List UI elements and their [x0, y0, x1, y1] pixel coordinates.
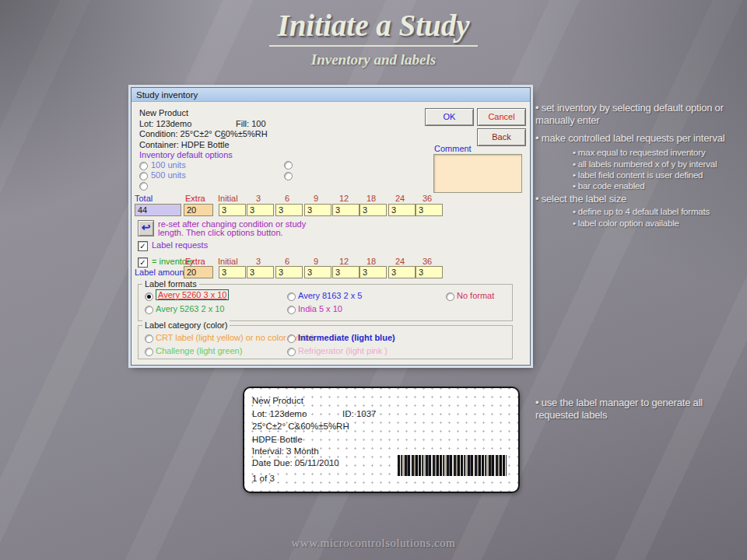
radio-category-crt[interactable]	[145, 334, 153, 343]
label-interval-field[interactable]: 3	[416, 266, 443, 278]
ok-button[interactable]: OK	[425, 108, 474, 126]
radio-custom-units[interactable]	[139, 182, 148, 191]
radio-500-units[interactable]	[139, 172, 148, 180]
format-avery5260-label[interactable]: Avery 5260 3 x 10	[156, 289, 229, 300]
radio-100-units[interactable]	[139, 162, 148, 170]
label-extra-field[interactable]: 20	[184, 266, 213, 278]
interval-field[interactable]: 3	[388, 204, 416, 216]
initial-field[interactable]: 3	[219, 204, 246, 216]
preview-product: New Product	[252, 396, 303, 405]
format-avery8163-label[interactable]: Avery 8163 2 x 5	[298, 291, 362, 300]
label-col-header-36: 36	[415, 257, 440, 266]
label-requests-label[interactable]: Label requests	[152, 240, 208, 250]
condition-suffix: 0%±5%RH	[226, 129, 268, 138]
radio-unlabeled-2[interactable]	[284, 172, 293, 180]
col-header-total: Total	[135, 194, 153, 203]
label-interval-field[interactable]: 3	[247, 266, 274, 278]
preview-id: ID: 1037	[342, 409, 376, 418]
page-subtitle: Inventory and labels	[187, 51, 560, 68]
label-interval-field[interactable]: 3	[332, 266, 359, 278]
lot-label: Lot: 123demo	[139, 119, 191, 128]
label-requests-checkbox[interactable]: ✓	[138, 241, 148, 251]
reset-arrow-icon: ↩	[142, 221, 151, 233]
equals-inventory-checkbox[interactable]: ✓	[138, 257, 148, 268]
col-header-3: 3	[246, 194, 271, 203]
slide: Initiate a Study Inventory and labels St…	[0, 0, 747, 560]
label-interval-field[interactable]: 3	[275, 266, 303, 278]
preview-count: 1 of 3	[252, 474, 275, 483]
interval-field[interactable]: 3	[275, 204, 303, 216]
dialog-title-bar[interactable]: Study inventory	[132, 88, 530, 102]
note-sub-barcode: • bar code enabled	[573, 180, 645, 192]
preview-condition: 25°C±2° C&60%±5%RH	[252, 422, 349, 431]
label-col-header-extra: Extra	[185, 257, 205, 266]
label-category-title: Label category (color)	[142, 320, 230, 330]
radio-format-india[interactable]	[287, 306, 296, 314]
label-col-header-24: 24	[388, 257, 412, 266]
category-refrigerator-label[interactable]: Refrigerator (light pink )	[298, 346, 388, 355]
category-intermediate-label[interactable]: Intermediate (light blue)	[298, 333, 395, 342]
radio-format-avery8163[interactable]	[287, 292, 296, 301]
radio-category-challenge[interactable]	[145, 348, 153, 356]
col-header-initial: Initial	[218, 194, 238, 203]
interval-field[interactable]: 3	[332, 204, 359, 216]
radio-format-avery5263[interactable]	[145, 306, 153, 314]
interval-field[interactable]: 3	[304, 204, 331, 216]
extra-field[interactable]: 20	[184, 204, 213, 216]
label-initial-field[interactable]: 3	[219, 266, 246, 278]
note-sub-max-equal: • max equal to requested inventory	[573, 147, 705, 159]
note-sub-color-option: • label color option available	[573, 218, 679, 229]
interval-field[interactable]: 3	[247, 204, 274, 216]
note-select-size: • select the label size	[535, 193, 731, 205]
label-interval-field[interactable]: 3	[304, 266, 331, 278]
container-label: Container: HDPE Bottle	[139, 140, 230, 149]
note-sub-field-content: • label field content is user defined	[573, 170, 703, 181]
condition-prefix: Condition: 25°C±2° C	[139, 129, 221, 138]
inventory-default-options-label: Inventory default options	[139, 150, 233, 159]
footer-url: www.microcontrolsolutions.com	[0, 537, 747, 550]
radio-category-refrigerator[interactable]	[287, 348, 296, 356]
note-label-requests: • make controlled label requests per int…	[535, 132, 741, 145]
label-col-header-12: 12	[331, 257, 356, 266]
radio-category-intermediate[interactable]	[287, 334, 296, 343]
radio-format-avery5260[interactable]	[145, 292, 153, 301]
label-formats-title: Label formats	[142, 279, 199, 289]
reset-note-line2: length. Then click options button.	[158, 228, 283, 237]
format-india-label[interactable]: India 5 x 10	[298, 304, 342, 313]
col-header-9: 9	[303, 194, 328, 203]
note-label-manager: • use the label manager to generate all …	[535, 397, 730, 422]
product-name: New Product	[139, 108, 188, 117]
radio-100-units-label[interactable]: 100 units	[151, 160, 186, 170]
label-col-header-18: 18	[359, 257, 384, 266]
format-none-label[interactable]: No format	[457, 291, 494, 300]
page-title: Initiate a Study	[269, 8, 477, 47]
col-header-18: 18	[359, 194, 384, 203]
radio-format-none[interactable]	[446, 292, 454, 301]
label-col-header-3: 3	[246, 257, 271, 266]
preview-lot: Lot: 123demo	[252, 409, 307, 418]
format-option-label[interactable]: Avery 5260 3 x 10	[156, 290, 229, 299]
col-header-extra: Extra	[185, 194, 205, 203]
format-avery5263-label[interactable]: Avery 5263 2 x 10	[156, 304, 224, 313]
comment-label: Comment	[434, 144, 472, 153]
radio-unlabeled-1[interactable]	[284, 161, 293, 170]
total-field[interactable]: 44	[135, 204, 181, 216]
reset-button[interactable]: ↩	[138, 220, 154, 236]
comment-input[interactable]	[433, 154, 522, 193]
label-interval-field[interactable]: 3	[388, 266, 416, 278]
col-header-36: 36	[415, 194, 440, 203]
interval-field[interactable]: 3	[359, 204, 387, 216]
radio-500-units-label[interactable]: 500 units	[151, 170, 186, 180]
cancel-button[interactable]: Cancel	[477, 108, 526, 126]
interval-field[interactable]: 3	[416, 204, 443, 216]
barcode	[398, 455, 507, 476]
label-preview: New Product Lot: 123demo ID: 1037 25°C±2…	[243, 387, 520, 493]
note-sub-default-formats: • define up to 4 default label formats	[573, 206, 710, 218]
preview-interval: Interval: 3 Month	[252, 446, 319, 456]
back-button[interactable]: Back	[477, 128, 526, 146]
condition-label: Condition: 25°C±2° C60%±5%RH	[139, 129, 268, 138]
preview-container: HDPE Bottle	[252, 435, 303, 444]
category-challenge-label[interactable]: Challenge (light green)	[156, 346, 242, 355]
label-interval-field[interactable]: 3	[359, 266, 387, 278]
label-col-header-initial: Initial	[218, 257, 238, 266]
